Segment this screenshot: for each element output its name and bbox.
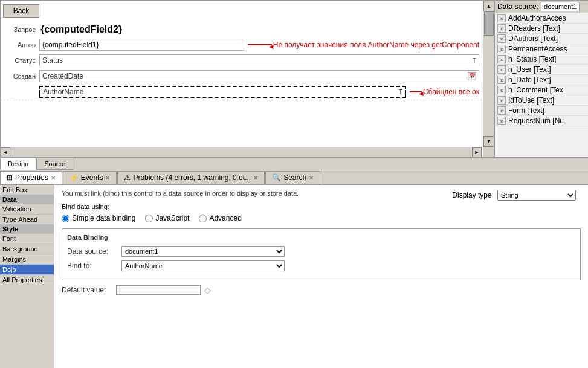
diamond-icon: ◇ — [204, 285, 211, 295]
field-item-icon: id — [497, 14, 506, 22]
authorname-annotation: ◄ Сбайнден все ок — [410, 88, 479, 96]
datasource-label: Data source: — [497, 2, 538, 11]
radio-js-input[interactable] — [145, 215, 153, 222]
field-item-text: h_User [Text] — [508, 65, 551, 74]
field-item-icon: id — [497, 65, 506, 74]
field-item-icon: id — [497, 34, 506, 43]
field-item-icon: id — [497, 24, 506, 33]
problems-tab[interactable]: ⚠ Problems (4 errors, 1 warning, 0 ot...… — [117, 171, 265, 184]
computed-field1-value: {computedField1} — [39, 39, 244, 51]
radio-simple[interactable]: Simple data binding — [62, 214, 135, 222]
field-list-item[interactable]: idIdToUse [Text] — [495, 95, 588, 106]
data-binding-section: Data Binding Data source: document1 Bind… — [62, 228, 581, 280]
radio-advanced-input[interactable] — [199, 215, 207, 222]
field-label-avtor: Автор — [3, 41, 39, 48]
search-tab-close[interactable]: ✕ — [309, 175, 314, 181]
sidebar-editbox[interactable]: Edit Box — [0, 185, 54, 195]
datasource-select[interactable]: document1 — [121, 246, 285, 257]
scroll-down-button[interactable]: ▼ — [483, 136, 494, 147]
field-list-item[interactable]: idDAuthors [Text] — [495, 34, 588, 44]
radio-javascript[interactable]: JavaScript — [145, 214, 189, 222]
default-value-input[interactable] — [116, 285, 201, 295]
right-data-panel: Data source: document1 idAddAuthorsAcces… — [494, 0, 588, 157]
author-name-value[interactable]: AuthorName T — [39, 86, 406, 98]
scroll-thumb[interactable] — [484, 11, 494, 36]
field-list-item[interactable]: idh_Date [Text] — [495, 75, 588, 85]
properties-tab[interactable]: ⊞ Properties ✕ — [0, 171, 62, 184]
problems-tab-icon: ⚠ — [124, 173, 131, 182]
field-item-text: DReaders [Text] — [508, 24, 560, 33]
back-button[interactable]: Back — [3, 4, 39, 18]
field-item-text: AddAuthorsAcces — [508, 14, 566, 22]
events-tab-icon: ⚡ — [69, 173, 79, 182]
field-list-item[interactable]: idRequestNum [Nu — [495, 116, 588, 126]
problems-tab-label: Problems (4 errors, 1 warning, 0 ot... — [133, 173, 251, 182]
computed-field2-title: {computedField2} — [39, 23, 123, 36]
horizontal-scrollbar[interactable]: ◄ ► — [1, 147, 482, 157]
field-item-text: h_Date [Text] — [508, 76, 551, 84]
scroll-up-button[interactable]: ▲ — [483, 1, 494, 11]
events-tab[interactable]: ⚡ Events ✕ — [63, 171, 117, 184]
field-list-item[interactable]: idDReaders [Text] — [495, 24, 588, 34]
radio-advanced[interactable]: Advanced — [199, 214, 241, 222]
scroll-right-button[interactable]: ► — [472, 147, 482, 157]
bindto-select[interactable]: AuthorName — [121, 260, 285, 271]
radio-advanced-label: Advanced — [209, 214, 241, 222]
form-canvas: Back Запрос {computedField2} Автор {comp… — [0, 0, 494, 157]
field-item-icon: id — [497, 106, 506, 115]
field-list-item[interactable]: idh_Comment [Tex — [495, 85, 588, 95]
props-area: Edit Box Data Validation Type Ahead Styl… — [0, 185, 588, 368]
datasource-row: Data source: document1 — [67, 246, 575, 257]
field-item-text: DAuthors [Text] — [508, 34, 558, 43]
sidebar-typeahead[interactable]: Type Ahead — [0, 215, 54, 225]
field-item-icon: id — [497, 117, 506, 125]
field-list-item[interactable]: idh_User [Text] — [495, 65, 588, 75]
field-item-icon: id — [497, 96, 506, 105]
properties-tab-label: Properties — [15, 173, 48, 182]
field-list: idAddAuthorsAccesidDReaders [Text]idDAut… — [495, 13, 588, 126]
search-tab[interactable]: 🔍 Search ✕ — [265, 171, 320, 184]
default-value-row: Default value: ◇ — [62, 285, 581, 295]
sidebar-margins[interactable]: Margins — [0, 254, 54, 265]
props-content: You must link (bind) this control to a d… — [54, 185, 588, 368]
sidebar-dojo[interactable]: Dojo — [0, 265, 54, 275]
radio-simple-input[interactable] — [62, 215, 69, 222]
design-tab[interactable]: Design — [0, 158, 36, 170]
source-tab[interactable]: Source — [36, 158, 73, 170]
field-list-item[interactable]: idh_Status [Text] — [495, 54, 588, 65]
h-scroll-track — [10, 147, 472, 157]
date-picker-icon[interactable]: 📅 — [468, 72, 476, 80]
properties-tab-close[interactable]: ✕ — [51, 175, 56, 181]
status-icon: T — [473, 57, 476, 64]
events-tab-close[interactable]: ✕ — [105, 175, 110, 181]
scroll-left-button[interactable]: ◄ — [1, 147, 10, 157]
problems-tab-close[interactable]: ✕ — [253, 175, 258, 181]
field-list-item[interactable]: idPermanentAccess — [495, 44, 588, 54]
sidebar-style-category: Style — [0, 225, 54, 234]
field-item-icon: id — [497, 76, 506, 84]
props-sidebar: Edit Box Data Validation Type Ahead Styl… — [0, 185, 54, 368]
bindto-field-label: Bind to: — [67, 262, 121, 270]
display-type-select[interactable]: String Number Date Boolean — [497, 190, 576, 201]
author-annotation: ◄ Не получает значения поля AuthorName ч… — [248, 40, 479, 49]
field-label-status: Статус — [3, 57, 39, 64]
author-name-icon: T — [399, 89, 402, 95]
events-tab-label: Events — [81, 173, 103, 182]
field-item-text: IdToUse [Text] — [508, 96, 554, 105]
properties-tab-icon: ⊞ — [7, 173, 13, 182]
sidebar-allprops[interactable]: All Properties — [0, 275, 54, 285]
field-item-text: h_Status [Text] — [508, 55, 556, 63]
search-tab-icon: 🔍 — [272, 173, 281, 182]
vertical-scrollbar[interactable]: ▲ ▼ — [483, 1, 494, 157]
design-source-tab-bar: Design Source — [0, 157, 588, 170]
field-item-icon: id — [497, 45, 506, 53]
sidebar-validation[interactable]: Validation — [0, 204, 54, 215]
sidebar-background[interactable]: Background — [0, 244, 54, 254]
data-binding-title: Data Binding — [67, 234, 575, 241]
field-list-item[interactable]: idAddAuthorsAcces — [495, 13, 588, 24]
field-list-item[interactable]: idForm [Text] — [495, 106, 588, 116]
search-tab-label: Search — [283, 173, 306, 182]
datasource-field-label: Data source: — [67, 247, 121, 256]
display-type-container: Display type: String Number Date Boolean — [452, 190, 576, 201]
sidebar-font[interactable]: Font — [0, 234, 54, 244]
